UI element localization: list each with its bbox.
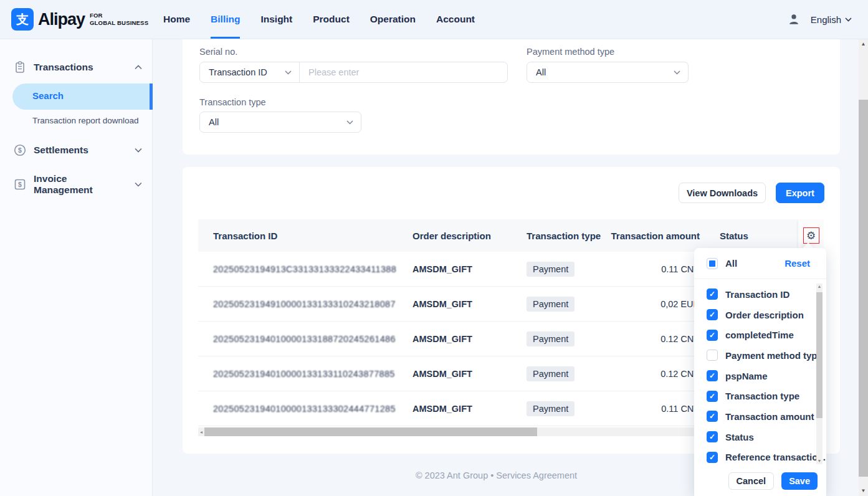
topbar-right: English <box>787 0 868 39</box>
nav-item[interactable]: Home <box>163 0 190 39</box>
serial-type-select[interactable]: Transaction ID <box>200 62 300 82</box>
checkbox-icon[interactable] <box>707 309 718 320</box>
checkbox-icon[interactable] <box>707 411 718 422</box>
transaction-amount-cell: 0.11 CNY <box>584 404 700 414</box>
order-description-cell: AMSDM_GIFT <box>413 299 472 309</box>
nav-item[interactable]: Billing <box>211 0 240 39</box>
col-order-description: Order description <box>413 219 491 252</box>
serial-type-value: Transaction ID <box>209 67 267 77</box>
sidebar-item-settlements[interactable]: $ Settlements <box>14 141 142 159</box>
transaction-type-badge: Payment <box>527 262 575 277</box>
column-option[interactable]: Payment method type <box>694 345 815 366</box>
serial-no-input-group: Transaction ID <box>199 62 508 83</box>
dropdown-scrollbar[interactable]: ▲ ▼ <box>816 284 823 464</box>
alipay-portal: 支 Alipay FOR GLOBAL BUSINESS HomeBilling… <box>0 0 868 496</box>
transaction-amount-cell: 0,02 EUR <box>584 299 700 309</box>
column-option[interactable]: Order description <box>694 305 815 325</box>
nav-item[interactable]: Product <box>313 0 350 39</box>
column-option[interactable]: Status <box>694 427 815 447</box>
serial-no-label: Serial no. <box>199 47 237 57</box>
nav-item[interactable]: Insight <box>260 0 292 39</box>
svg-text:$: $ <box>18 146 22 154</box>
col-transaction-amount: Transaction amount <box>584 219 700 252</box>
column-options-list: Transaction ID Order description complet… <box>694 284 815 467</box>
transaction-id-link[interactable]: 20250523194910000133133310243218087 <box>213 299 396 309</box>
page-vertical-scrollbar[interactable]: ▲ ▼ <box>859 39 868 496</box>
alipay-logo-icon: 支 <box>11 8 34 31</box>
checkbox-icon[interactable] <box>707 289 718 300</box>
column-option[interactable]: Transaction type <box>694 386 815 406</box>
checkbox-icon[interactable] <box>707 330 718 341</box>
sidebar-item-label: Transactions <box>34 62 93 73</box>
transaction-type-badge: Payment <box>527 331 575 346</box>
scroll-left-icon[interactable]: ◂ <box>198 429 204 435</box>
order-description-cell: AMSDM_GIFT <box>413 369 472 379</box>
transaction-id-link[interactable]: 20250523194010000133133110243877885 <box>213 369 395 379</box>
sidebar: Transactions Search Transaction report d… <box>0 39 153 496</box>
top-navigation-bar: 支 Alipay FOR GLOBAL BUSINESS HomeBilling… <box>0 0 868 39</box>
column-option[interactable]: Transaction amount <box>694 406 815 427</box>
transaction-id-link[interactable]: 20250523194010000133188720245261486 <box>213 334 396 344</box>
vertical-scrollbar-thumb[interactable] <box>859 100 868 477</box>
order-description-cell: AMSDM_GIFT <box>413 334 472 344</box>
logo-tagline-line2: GLOBAL BUSINESS <box>90 19 148 27</box>
search-filter-panel: Serial no. Transaction ID Payment method… <box>183 39 840 155</box>
serial-no-input[interactable] <box>300 62 507 82</box>
column-option-label: Status <box>725 432 754 442</box>
sidebar-item-search[interactable]: Search <box>32 90 64 101</box>
all-label: All <box>725 258 737 269</box>
transaction-type-select[interactable]: All <box>199 112 361 133</box>
settlements-dollar-circle-icon: $ <box>14 144 26 156</box>
nav-item[interactable]: Account <box>436 0 475 39</box>
table-header: Transaction ID Order description Transac… <box>198 219 824 252</box>
column-option[interactable]: Reference transactio... <box>694 447 815 468</box>
chevron-down-icon <box>135 182 142 187</box>
horizontal-scrollbar-thumb[interactable] <box>204 427 537 436</box>
copyright-text[interactable]: © 2023 Ant Group • Services Agreement <box>416 470 577 480</box>
transaction-id-link[interactable]: 20250523194010000133133302444771285 <box>213 404 396 414</box>
svg-text:$: $ <box>18 181 22 188</box>
sidebar-item-transactions[interactable]: Transactions <box>14 59 142 76</box>
main-nav: HomeBillingInsightProductOperationAccoun… <box>163 0 475 39</box>
column-option-label: Transaction type <box>725 391 799 401</box>
scroll-up-icon[interactable]: ▲ <box>816 284 823 290</box>
language-selector[interactable]: English <box>811 14 852 25</box>
scroll-up-icon[interactable]: ▲ <box>859 41 868 48</box>
cancel-button[interactable]: Cancel <box>728 472 775 490</box>
select-all-row[interactable]: All Reset <box>694 248 826 279</box>
column-option[interactable]: Transaction ID <box>694 284 815 305</box>
scroll-down-icon[interactable]: ▼ <box>816 458 823 464</box>
checkbox-icon[interactable] <box>707 391 718 402</box>
dropdown-footer: Cancel Save <box>694 472 826 490</box>
reset-link[interactable]: Reset <box>785 258 810 269</box>
chevron-up-icon <box>135 65 142 70</box>
alipay-logo: 支 Alipay FOR GLOBAL BUSINESS <box>0 0 153 39</box>
column-option[interactable]: pspName <box>694 366 815 386</box>
all-checkbox-indeterminate[interactable] <box>707 258 718 269</box>
sidebar-item-transaction-report-download[interactable]: Transaction report download <box>32 116 139 125</box>
sidebar-item-invoice-management[interactable]: $ Invoice Management <box>14 176 142 193</box>
column-settings-dropdown: All Reset Transaction ID Order descripti… <box>694 248 826 496</box>
transaction-type-badge: Payment <box>527 297 575 312</box>
column-option[interactable]: completedTime <box>694 325 815 345</box>
export-button[interactable]: Export <box>776 183 824 203</box>
sidebar-item-label: Invoice Management <box>34 173 127 196</box>
dropdown-scrollbar-thumb[interactable] <box>816 292 823 418</box>
payment-method-type-select[interactable]: All <box>527 62 689 83</box>
transaction-type-label: Transaction type <box>199 97 266 107</box>
save-button[interactable]: Save <box>781 472 818 490</box>
column-option-label: Payment method type <box>725 350 823 361</box>
checkbox-icon[interactable] <box>707 431 718 442</box>
scroll-down-icon[interactable]: ▼ <box>859 487 868 495</box>
column-option-label: Reference transactio... <box>725 452 826 462</box>
user-account-icon[interactable] <box>787 12 801 26</box>
chevron-down-icon <box>674 70 680 75</box>
checkbox-icon[interactable] <box>707 370 718 381</box>
nav-item[interactable]: Operation <box>370 0 416 39</box>
checkbox-icon[interactable] <box>707 452 718 463</box>
view-downloads-button[interactable]: View Downloads <box>679 183 766 203</box>
column-settings-gear-icon[interactable]: ⚙ <box>803 227 819 244</box>
invoice-dollar-square-icon: $ <box>14 178 26 191</box>
transaction-id-link[interactable]: 20250523194913C33133133322433411388 <box>213 264 396 274</box>
checkbox-icon[interactable] <box>707 350 718 361</box>
